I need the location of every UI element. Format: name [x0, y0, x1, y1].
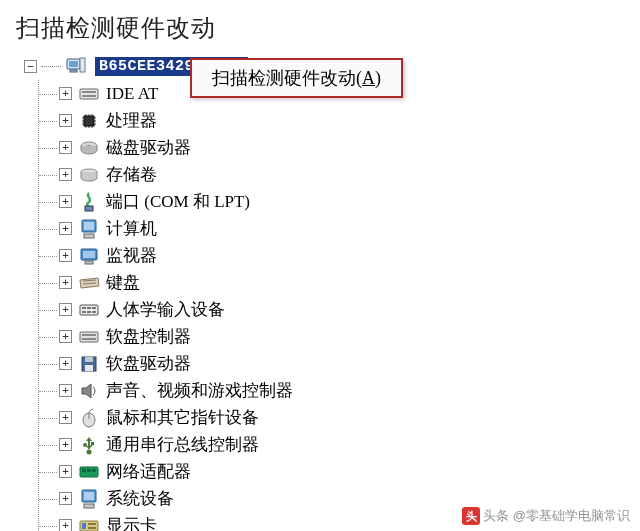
svg-rect-5	[82, 91, 96, 93]
watermark: 头 头条 @零基础学电脑常识	[462, 507, 630, 525]
node-label: 网络适配器	[106, 460, 191, 483]
svg-rect-60	[88, 527, 96, 529]
expand-icon[interactable]: +	[59, 330, 72, 343]
svg-rect-52	[87, 469, 91, 472]
expand-icon[interactable]: +	[59, 303, 72, 316]
expand-icon[interactable]: +	[59, 384, 72, 397]
svg-rect-40	[82, 334, 96, 336]
svg-rect-35	[92, 307, 96, 309]
svg-rect-56	[84, 504, 94, 508]
node-label: 磁盘驱动器	[106, 136, 191, 159]
keyboard-icon	[78, 272, 100, 294]
svg-rect-4	[80, 89, 98, 99]
tree-node-floppy-drive[interactable]: + 软盘驱动器	[59, 350, 640, 377]
svg-rect-39	[80, 332, 98, 342]
svg-rect-58	[82, 523, 86, 529]
svg-rect-38	[92, 311, 96, 313]
storage-volume-icon	[78, 164, 100, 186]
expand-icon[interactable]: +	[59, 357, 72, 370]
tree-node-usb[interactable]: + 通用串行总线控制器	[59, 431, 640, 458]
expand-icon[interactable]: +	[59, 249, 72, 262]
node-label: 计算机	[106, 217, 157, 240]
svg-rect-6	[82, 95, 96, 97]
svg-rect-59	[88, 523, 96, 525]
node-label: 声音、视频和游戏控制器	[106, 379, 293, 402]
expand-icon[interactable]: +	[59, 411, 72, 424]
port-icon	[78, 191, 100, 213]
watermark-logo-icon: 头	[462, 507, 480, 525]
expand-icon[interactable]: +	[59, 222, 72, 235]
svg-point-49	[87, 449, 92, 454]
svg-rect-1	[69, 61, 78, 67]
mouse-icon	[78, 407, 100, 429]
expand-icon[interactable]: +	[59, 438, 72, 451]
node-label: 鼠标和其它指针设备	[106, 406, 259, 429]
svg-rect-53	[92, 469, 96, 472]
floppy-drive-icon	[78, 353, 100, 375]
sound-icon	[78, 380, 100, 402]
svg-rect-23	[85, 206, 93, 211]
svg-rect-28	[83, 251, 95, 258]
context-menu-item-scan[interactable]: 扫描检测硬件改动(A)	[190, 58, 403, 98]
collapse-icon[interactable]: −	[24, 60, 37, 73]
expand-icon[interactable]: +	[59, 114, 72, 127]
tree-node-ports[interactable]: + 端口 (COM 和 LPT)	[59, 188, 640, 215]
svg-rect-36	[82, 311, 86, 313]
page-title: 扫描检测硬件改动	[0, 0, 640, 54]
tree-node-disk[interactable]: + 磁盘驱动器	[59, 134, 640, 161]
usb-icon	[78, 434, 100, 456]
expand-icon[interactable]: +	[59, 276, 72, 289]
tree-line	[41, 66, 61, 67]
svg-rect-34	[87, 307, 91, 309]
tree-node-keyboard[interactable]: + 键盘	[59, 269, 640, 296]
expand-icon[interactable]: +	[59, 465, 72, 478]
node-label: 软盘驱动器	[106, 352, 191, 375]
tree-node-network[interactable]: + 网络适配器	[59, 458, 640, 485]
expand-icon[interactable]: +	[59, 519, 72, 531]
svg-rect-44	[85, 365, 93, 371]
node-label: 端口 (COM 和 LPT)	[106, 190, 250, 213]
network-adapter-icon	[78, 461, 100, 483]
node-label: 显示卡	[106, 514, 157, 531]
tree-node-floppy-controller[interactable]: + 软盘控制器	[59, 323, 640, 350]
monitor-icon	[78, 245, 100, 267]
display-adapter-icon	[78, 515, 100, 532]
node-label: 处理器	[106, 109, 157, 132]
svg-rect-26	[84, 234, 94, 238]
svg-rect-3	[80, 58, 85, 72]
svg-rect-32	[80, 305, 98, 315]
tree-children: + IDE AT + 处理器 + 磁盘驱动器 + 存储卷	[38, 80, 640, 531]
computer-icon	[78, 218, 100, 240]
svg-rect-2	[70, 70, 77, 72]
tree-node-computer[interactable]: + 计算机	[59, 215, 640, 242]
disk-drive-icon	[78, 137, 100, 159]
node-label: 通用串行总线控制器	[106, 433, 259, 456]
svg-rect-25	[84, 222, 94, 230]
expand-icon[interactable]: +	[59, 195, 72, 208]
svg-rect-29	[85, 261, 93, 264]
svg-rect-55	[84, 492, 94, 500]
svg-rect-43	[85, 357, 93, 362]
node-label: 人体学输入设备	[106, 298, 225, 321]
tree-node-sound[interactable]: + 声音、视频和游戏控制器	[59, 377, 640, 404]
computer-icon	[65, 55, 87, 77]
tree-node-mouse[interactable]: + 鼠标和其它指针设备	[59, 404, 640, 431]
svg-rect-37	[87, 311, 91, 313]
tree-node-monitor[interactable]: + 监视器	[59, 242, 640, 269]
node-label: 软盘控制器	[106, 325, 191, 348]
expand-icon[interactable]: +	[59, 492, 72, 505]
svg-rect-51	[82, 469, 86, 472]
node-label: IDE AT	[106, 84, 158, 104]
ide-controller-icon	[78, 83, 100, 105]
expand-icon[interactable]: +	[59, 168, 72, 181]
tree-node-hid[interactable]: + 人体学输入设备	[59, 296, 640, 323]
menu-accel: A	[362, 68, 375, 88]
tree-node-volume[interactable]: + 存储卷	[59, 161, 640, 188]
node-label: 键盘	[106, 271, 140, 294]
node-label: 监视器	[106, 244, 157, 267]
expand-icon[interactable]: +	[59, 87, 72, 100]
tree-node-processor[interactable]: + 处理器	[59, 107, 640, 134]
expand-icon[interactable]: +	[59, 141, 72, 154]
svg-rect-41	[82, 338, 96, 340]
watermark-text: 头条 @零基础学电脑常识	[483, 507, 630, 525]
